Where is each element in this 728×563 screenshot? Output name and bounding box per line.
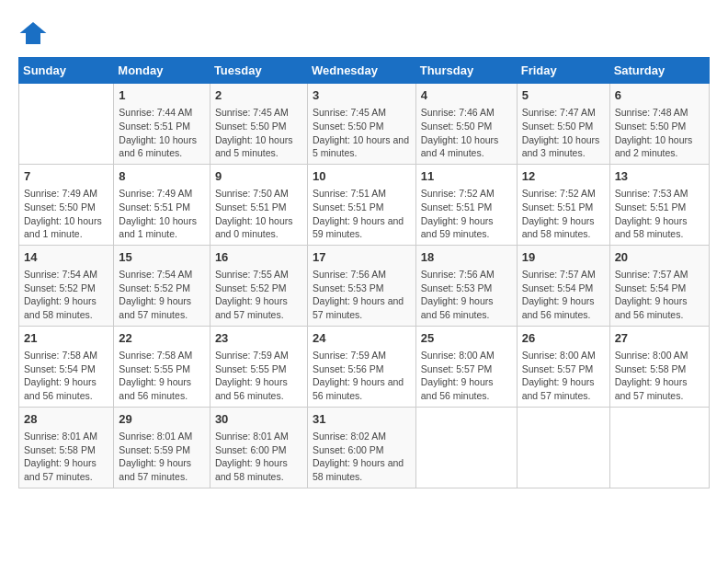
day-number: 22 [119, 330, 205, 347]
day-number: 16 [215, 249, 302, 266]
day-info: Sunrise: 7:51 AMSunset: 5:51 PMDaylight:… [313, 187, 411, 241]
day-info: Sunrise: 7:59 AMSunset: 5:55 PMDaylight:… [215, 349, 302, 403]
day-number: 18 [421, 249, 512, 266]
day-number: 19 [522, 249, 605, 266]
calendar-header-sunday: Sunday [19, 58, 114, 84]
day-number: 30 [215, 411, 302, 428]
day-info: Sunrise: 7:58 AMSunset: 5:54 PMDaylight:… [24, 349, 108, 403]
day-info: Sunrise: 7:45 AMSunset: 5:50 PMDaylight:… [215, 106, 302, 160]
day-number: 25 [421, 330, 512, 347]
calendar-cell: 9Sunrise: 7:50 AMSunset: 5:51 PMDaylight… [210, 164, 307, 245]
day-info: Sunrise: 7:49 AMSunset: 5:51 PMDaylight:… [119, 187, 205, 241]
calendar-cell: 13Sunrise: 7:53 AMSunset: 5:51 PMDayligh… [609, 164, 709, 245]
day-number: 1 [119, 87, 205, 104]
calendar-week-row: 14Sunrise: 7:54 AMSunset: 5:52 PMDayligh… [19, 245, 710, 326]
calendar-cell [415, 407, 517, 488]
day-info: Sunrise: 7:56 AMSunset: 5:53 PMDaylight:… [313, 268, 411, 322]
calendar-week-row: 1Sunrise: 7:44 AMSunset: 5:51 PMDaylight… [19, 84, 710, 165]
day-number: 12 [522, 168, 605, 185]
day-info: Sunrise: 7:44 AMSunset: 5:51 PMDaylight:… [119, 106, 205, 160]
day-number: 24 [313, 330, 411, 347]
day-number: 11 [421, 168, 512, 185]
calendar-header-thursday: Thursday [415, 58, 517, 84]
calendar-week-row: 21Sunrise: 7:58 AMSunset: 5:54 PMDayligh… [19, 326, 710, 407]
day-info: Sunrise: 7:45 AMSunset: 5:50 PMDaylight:… [313, 106, 411, 160]
day-info: Sunrise: 7:58 AMSunset: 5:55 PMDaylight:… [119, 349, 205, 403]
day-number: 27 [615, 330, 704, 347]
calendar-cell: 8Sunrise: 7:49 AMSunset: 5:51 PMDaylight… [114, 164, 210, 245]
day-info: Sunrise: 7:54 AMSunset: 5:52 PMDaylight:… [119, 268, 205, 322]
day-number: 28 [24, 411, 108, 428]
calendar-cell: 6Sunrise: 7:48 AMSunset: 5:50 PMDaylight… [609, 84, 709, 165]
logo-icon [18, 18, 48, 48]
calendar-cell: 26Sunrise: 8:00 AMSunset: 5:57 PMDayligh… [517, 326, 609, 407]
calendar-cell: 28Sunrise: 8:01 AMSunset: 5:58 PMDayligh… [19, 407, 114, 488]
day-info: Sunrise: 8:01 AMSunset: 6:00 PMDaylight:… [215, 430, 302, 484]
calendar-cell: 30Sunrise: 8:01 AMSunset: 6:00 PMDayligh… [210, 407, 307, 488]
calendar-header-saturday: Saturday [609, 58, 709, 84]
calendar-cell: 24Sunrise: 7:59 AMSunset: 5:56 PMDayligh… [307, 326, 415, 407]
calendar-cell: 3Sunrise: 7:45 AMSunset: 5:50 PMDaylight… [307, 84, 415, 165]
calendar-cell: 14Sunrise: 7:54 AMSunset: 5:52 PMDayligh… [19, 245, 114, 326]
calendar-cell: 4Sunrise: 7:46 AMSunset: 5:50 PMDaylight… [415, 84, 517, 165]
calendar-cell: 27Sunrise: 8:00 AMSunset: 5:58 PMDayligh… [609, 326, 709, 407]
day-number: 3 [313, 87, 411, 104]
day-info: Sunrise: 7:47 AMSunset: 5:50 PMDaylight:… [522, 106, 605, 160]
calendar-cell [517, 407, 609, 488]
day-info: Sunrise: 8:00 AMSunset: 5:57 PMDaylight:… [522, 349, 605, 403]
calendar-table: SundayMondayTuesdayWednesdayThursdayFrid… [18, 57, 710, 488]
day-info: Sunrise: 7:50 AMSunset: 5:51 PMDaylight:… [215, 187, 302, 241]
day-info: Sunrise: 8:00 AMSunset: 5:57 PMDaylight:… [421, 349, 512, 403]
day-number: 5 [522, 87, 605, 104]
day-number: 9 [215, 168, 302, 185]
day-info: Sunrise: 7:52 AMSunset: 5:51 PMDaylight:… [522, 187, 605, 241]
logo [18, 18, 53, 48]
day-number: 15 [119, 249, 205, 266]
day-number: 31 [313, 411, 411, 428]
calendar-cell: 12Sunrise: 7:52 AMSunset: 5:51 PMDayligh… [517, 164, 609, 245]
day-number: 29 [119, 411, 205, 428]
calendar-week-row: 28Sunrise: 8:01 AMSunset: 5:58 PMDayligh… [19, 407, 710, 488]
calendar-cell: 31Sunrise: 8:02 AMSunset: 6:00 PMDayligh… [307, 407, 415, 488]
calendar-cell: 20Sunrise: 7:57 AMSunset: 5:54 PMDayligh… [609, 245, 709, 326]
day-number: 7 [24, 168, 108, 185]
calendar-cell [609, 407, 709, 488]
calendar-week-row: 7Sunrise: 7:49 AMSunset: 5:50 PMDaylight… [19, 164, 710, 245]
day-number: 8 [119, 168, 205, 185]
calendar-cell: 18Sunrise: 7:56 AMSunset: 5:53 PMDayligh… [415, 245, 517, 326]
day-info: Sunrise: 7:53 AMSunset: 5:51 PMDaylight:… [615, 187, 704, 241]
day-info: Sunrise: 8:01 AMSunset: 5:58 PMDaylight:… [24, 430, 108, 484]
day-info: Sunrise: 7:49 AMSunset: 5:50 PMDaylight:… [24, 187, 108, 241]
calendar-cell [19, 84, 114, 165]
day-number: 4 [421, 87, 512, 104]
day-number: 21 [24, 330, 108, 347]
day-number: 10 [313, 168, 411, 185]
calendar-cell: 16Sunrise: 7:55 AMSunset: 5:52 PMDayligh… [210, 245, 307, 326]
day-info: Sunrise: 7:46 AMSunset: 5:50 PMDaylight:… [421, 106, 512, 160]
day-number: 6 [615, 87, 704, 104]
calendar-header-tuesday: Tuesday [210, 58, 307, 84]
day-info: Sunrise: 8:02 AMSunset: 6:00 PMDaylight:… [313, 430, 411, 484]
calendar-cell: 23Sunrise: 7:59 AMSunset: 5:55 PMDayligh… [210, 326, 307, 407]
calendar-cell: 1Sunrise: 7:44 AMSunset: 5:51 PMDaylight… [114, 84, 210, 165]
calendar-cell: 11Sunrise: 7:52 AMSunset: 5:51 PMDayligh… [415, 164, 517, 245]
calendar-header-monday: Monday [114, 58, 210, 84]
calendar-cell: 2Sunrise: 7:45 AMSunset: 5:50 PMDaylight… [210, 84, 307, 165]
calendar-cell: 21Sunrise: 7:58 AMSunset: 5:54 PMDayligh… [19, 326, 114, 407]
calendar-header-row: SundayMondayTuesdayWednesdayThursdayFrid… [19, 58, 710, 84]
calendar-header-friday: Friday [517, 58, 609, 84]
day-info: Sunrise: 7:55 AMSunset: 5:52 PMDaylight:… [215, 268, 302, 322]
day-info: Sunrise: 7:56 AMSunset: 5:53 PMDaylight:… [421, 268, 512, 322]
svg-marker-0 [20, 22, 47, 44]
calendar-cell: 29Sunrise: 8:01 AMSunset: 5:59 PMDayligh… [114, 407, 210, 488]
header [18, 18, 710, 48]
day-number: 13 [615, 168, 704, 185]
day-number: 14 [24, 249, 108, 266]
day-info: Sunrise: 8:00 AMSunset: 5:58 PMDaylight:… [615, 349, 704, 403]
day-number: 26 [522, 330, 605, 347]
calendar-cell: 17Sunrise: 7:56 AMSunset: 5:53 PMDayligh… [307, 245, 415, 326]
day-info: Sunrise: 8:01 AMSunset: 5:59 PMDaylight:… [119, 430, 205, 484]
day-info: Sunrise: 7:52 AMSunset: 5:51 PMDaylight:… [421, 187, 512, 241]
calendar-cell: 5Sunrise: 7:47 AMSunset: 5:50 PMDaylight… [517, 84, 609, 165]
calendar-cell: 15Sunrise: 7:54 AMSunset: 5:52 PMDayligh… [114, 245, 210, 326]
